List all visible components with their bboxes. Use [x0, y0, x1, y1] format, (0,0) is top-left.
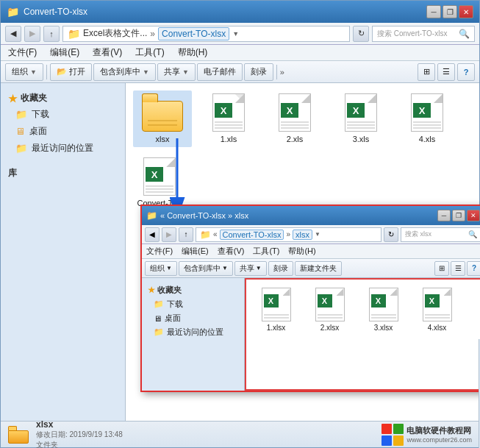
- lines-4xls: [413, 121, 441, 129]
- inner-menu-help[interactable]: 帮助(H): [288, 246, 315, 257]
- inner-close-button[interactable]: ✕: [467, 210, 480, 221]
- inner-title-controls: ─ ❐ ✕: [437, 210, 480, 221]
- inner-sidebar-desktop[interactable]: 🖥 桌面: [142, 311, 244, 325]
- sidebar-item-desktop[interactable]: 🖥 桌面: [1, 123, 125, 140]
- toolbar-email[interactable]: 电子邮件: [197, 63, 243, 81]
- inner-back-button[interactable]: ◀: [145, 227, 160, 242]
- address-path[interactable]: 📁 Excel表格文件... » Convert-TO-xlsx ▼: [62, 26, 350, 42]
- inner-address-path[interactable]: 📁 « Convert-TO-xlsx » xlsx ▼: [196, 227, 382, 242]
- inner-path-sep2: »: [286, 230, 290, 238]
- inner-path-dropdown[interactable]: ▼: [315, 231, 320, 238]
- lines-3xls: [347, 121, 375, 129]
- file-item-xlsx-folder[interactable]: xlsx: [133, 90, 192, 147]
- inner-toolbar-organize[interactable]: 组织 ▼: [145, 261, 177, 276]
- organize-dropdown-icon: ▼: [30, 68, 37, 76]
- inner-share-dropdown: ▼: [256, 265, 262, 271]
- inner-menu-file[interactable]: 文件(F): [146, 246, 173, 257]
- inner-fold-2xlsx: [337, 288, 344, 296]
- inner-file-item-4xlsx[interactable]: X 4.xlsx: [413, 285, 461, 334]
- inner-include-dropdown: ▼: [222, 265, 228, 271]
- minimize-button[interactable]: ─: [426, 5, 441, 18]
- menu-edit[interactable]: 编辑(E): [49, 46, 81, 60]
- file-item-4xls[interactable]: X 4.xls: [398, 90, 456, 147]
- x-badge-4xls: X: [413, 103, 431, 118]
- inner-refresh-button[interactable]: ↻: [384, 227, 398, 242]
- inner-search-box[interactable]: 搜索 xlsx 🔍: [401, 227, 480, 242]
- win-quadrant-4: [393, 435, 404, 446]
- path-dropdown-icon[interactable]: ▼: [232, 30, 239, 38]
- toolbar-more[interactable]: »: [280, 68, 284, 77]
- inner-minimize-button[interactable]: ─: [437, 210, 451, 221]
- excel-icon-1xls: X: [212, 93, 245, 132]
- folder-icon-title: 📁: [7, 6, 19, 18]
- inner-download-icon: 📁: [154, 299, 164, 309]
- inner-toolbar-burn[interactable]: 刻录: [268, 261, 293, 276]
- inner-menu-view[interactable]: 查看(V): [218, 246, 245, 257]
- inner-restore-button[interactable]: ❐: [452, 210, 465, 221]
- inner-sidebar-download[interactable]: 📁 下载: [142, 297, 244, 311]
- up-button[interactable]: ↑: [43, 26, 60, 42]
- inner-excel-icon-2xlsx: X: [315, 288, 345, 321]
- inner-file-item-1xlsx[interactable]: X 1.xlsx: [252, 285, 300, 334]
- inner-menu-edit[interactable]: 编辑(E): [182, 246, 209, 257]
- search-icon: 🔍: [459, 29, 470, 39]
- lines-1xls: [215, 121, 243, 129]
- restore-button[interactable]: ❐: [443, 5, 457, 18]
- sidebar-item-download[interactable]: 📁 下载: [1, 106, 125, 123]
- status-folder-icon-container: [8, 426, 29, 444]
- inner-menu-tools[interactable]: 工具(T): [253, 246, 279, 257]
- inner-burn-label: 刻录: [273, 263, 288, 274]
- close-button[interactable]: ✕: [459, 5, 473, 18]
- menu-help[interactable]: 帮助(H): [176, 46, 209, 60]
- inner-view-list[interactable]: ☰: [451, 261, 465, 276]
- folder-tab-selected: [142, 93, 158, 102]
- inner-file-area: X 1.xlsx: [245, 278, 480, 391]
- folder-icon-container: [142, 93, 183, 132]
- sidebar-section-favorites: ★ 收藏夹: [1, 89, 125, 106]
- file-item-1xls[interactable]: X 1.xls: [199, 90, 258, 147]
- inner-recent-icon: 📁: [154, 327, 164, 337]
- brand-text-container: 电脑软硬件教程网 www.computer26.com: [406, 425, 472, 444]
- toolbar-open[interactable]: 📂 打开: [50, 63, 92, 81]
- view-toggle-btn[interactable]: ⊞: [418, 63, 435, 81]
- menu-bar: 文件(F) 编辑(E) 查看(V) 工具(T) 帮助(H): [1, 45, 479, 61]
- x-badge-1xls: X: [215, 103, 232, 118]
- search-box[interactable]: 搜索 Convert-TO-xlsx 🔍: [372, 26, 475, 42]
- toolbar-burn[interactable]: 刻录: [244, 63, 273, 81]
- x-badge-2xls: X: [281, 103, 298, 118]
- inner-help-btn[interactable]: ?: [467, 261, 480, 276]
- inner-up-button[interactable]: ↑: [179, 227, 193, 242]
- inner-forward-button[interactable]: ▶: [162, 227, 176, 242]
- inner-toolbar-newfolder[interactable]: 新建文件夹: [295, 261, 342, 276]
- toolbar-share[interactable]: 共享 ▼: [157, 63, 196, 81]
- menu-view[interactable]: 查看(V): [91, 46, 123, 60]
- back-button[interactable]: ◀: [5, 26, 21, 42]
- toolbar-organize[interactable]: 组织 ▼: [5, 63, 43, 81]
- file-item-2xls[interactable]: X 2.xls: [265, 90, 324, 147]
- inner-lines-2xlsx: [318, 314, 343, 319]
- inner-file-item-3xlsx[interactable]: X 3.xlsx: [359, 285, 407, 334]
- inner-title-bar: 📁 « Convert-TO-xlsx » xlsx ─ ❐ ✕: [142, 206, 480, 225]
- title-bar-left: 📁 Convert-TO-xlsx: [7, 6, 87, 18]
- inner-toolbar-share[interactable]: 共享 ▼: [234, 261, 267, 276]
- forward-button[interactable]: ▶: [24, 26, 40, 42]
- inner-sidebar-recent[interactable]: 📁 最近访问的位置: [142, 325, 244, 339]
- file-label-1xls: 1.xls: [221, 135, 237, 144]
- toolbar-include-lib[interactable]: 包含到库中 ▼: [93, 63, 156, 81]
- view-list-btn[interactable]: ☰: [437, 63, 455, 81]
- help-btn[interactable]: ?: [457, 63, 475, 81]
- sidebar: ★ 收藏夹 📁 下载 🖥 桌面 📁 最近访问的位置 库: [1, 83, 126, 421]
- refresh-button[interactable]: ↻: [353, 26, 369, 42]
- sidebar-download-label: 下载: [32, 108, 49, 121]
- file-item-3xls[interactable]: X 3.xls: [332, 90, 390, 147]
- menu-file[interactable]: 文件(F): [7, 46, 38, 60]
- path-part2[interactable]: Convert-TO-xlsx: [158, 27, 229, 40]
- inner-toolbar-include[interactable]: 包含到库中 ▼: [179, 261, 233, 276]
- inner-view-toggle[interactable]: ⊞: [434, 261, 449, 276]
- inner-lines-4xlsx: [425, 314, 450, 319]
- sidebar-library-label: 库: [8, 168, 17, 178]
- include-lib-label: 包含到库中: [100, 66, 140, 77]
- inner-file-item-2xlsx[interactable]: X 2.xlsx: [306, 285, 354, 334]
- sidebar-item-recent[interactable]: 📁 最近访问的位置: [1, 140, 125, 157]
- menu-tools[interactable]: 工具(T): [134, 46, 165, 60]
